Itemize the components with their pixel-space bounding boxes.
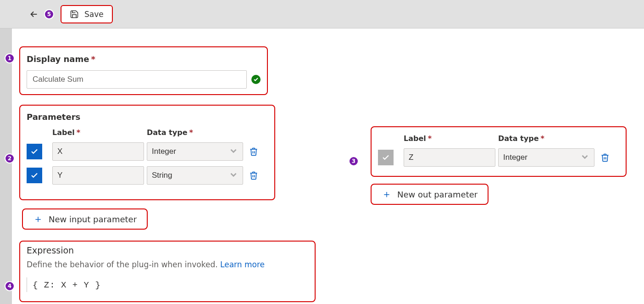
required-star-icon: * (91, 54, 95, 64)
learn-more-link[interactable]: Learn more (220, 260, 265, 269)
out-parameter-type-select[interactable] (498, 148, 594, 167)
expression-description: Define the behavior of the plug-in when … (27, 260, 316, 269)
back-button[interactable] (26, 6, 42, 23)
parameter-type-select[interactable] (147, 166, 243, 185)
display-name-label: Display name* (27, 54, 265, 64)
callout-5: 5 (44, 9, 54, 19)
valid-check-icon (251, 75, 261, 84)
arrow-left-icon (29, 9, 39, 19)
check-icon (30, 147, 39, 156)
save-icon (70, 10, 79, 19)
plus-icon: ＋ (382, 189, 392, 199)
expression-section: Expression Define the behavior of the pl… (27, 245, 316, 292)
out-parameters-header-type: Data type* (498, 134, 594, 143)
add-out-parameter-button[interactable]: ＋ New out parameter (371, 184, 489, 205)
callout-2: 2 (5, 153, 15, 163)
out-parameters-section: Label* Data type* (378, 134, 621, 167)
parameter-label-input[interactable] (52, 166, 144, 185)
plus-icon: ＋ (33, 214, 43, 224)
save-button[interactable]: Save (61, 5, 113, 23)
out-parameter-checkbox (378, 150, 394, 165)
parameters-header-type: Data type* (147, 128, 243, 137)
required-star-icon: * (540, 134, 544, 143)
save-button-label: Save (84, 10, 104, 19)
parameter-checkbox[interactable] (27, 144, 42, 159)
parameter-row (27, 166, 274, 185)
parameter-checkbox[interactable] (27, 168, 42, 183)
trash-icon (600, 153, 610, 162)
parameter-delete-button[interactable] (246, 144, 261, 159)
display-name-section: Display name* (27, 54, 265, 89)
parameters-section: Parameters Label* Data type* (27, 112, 274, 185)
required-star-icon: * (77, 128, 80, 137)
out-parameter-row (378, 148, 621, 167)
top-toolbar: Save (0, 0, 644, 28)
out-parameter-label-input[interactable] (404, 148, 495, 167)
callout-3: 3 (349, 156, 359, 166)
trash-icon (249, 171, 258, 180)
parameter-label-input[interactable] (52, 142, 144, 161)
check-icon (30, 171, 39, 180)
expression-title: Expression (27, 245, 316, 255)
parameters-title: Parameters (27, 112, 274, 122)
callout-1: 1 (5, 53, 15, 63)
add-input-parameter-button[interactable]: ＋ New input parameter (22, 208, 148, 230)
check-icon (382, 153, 390, 162)
display-name-label-text: Display name (27, 54, 89, 64)
parameters-header-label: Label* (52, 128, 144, 137)
out-parameters-header-label: Label* (404, 134, 495, 143)
trash-icon (249, 147, 258, 156)
required-star-icon: * (189, 128, 193, 137)
out-parameter-delete-button[interactable] (597, 150, 613, 165)
parameter-row (27, 142, 274, 161)
add-out-parameter-label: New out parameter (397, 190, 477, 199)
expression-editor[interactable]: { Z: X + Y } (27, 277, 316, 292)
required-star-icon: * (428, 134, 432, 143)
display-name-input[interactable] (27, 70, 247, 89)
callout-4: 4 (5, 281, 15, 291)
parameter-delete-button[interactable] (246, 168, 261, 183)
parameter-type-select[interactable] (147, 142, 243, 161)
add-input-parameter-label: New input parameter (49, 214, 137, 224)
